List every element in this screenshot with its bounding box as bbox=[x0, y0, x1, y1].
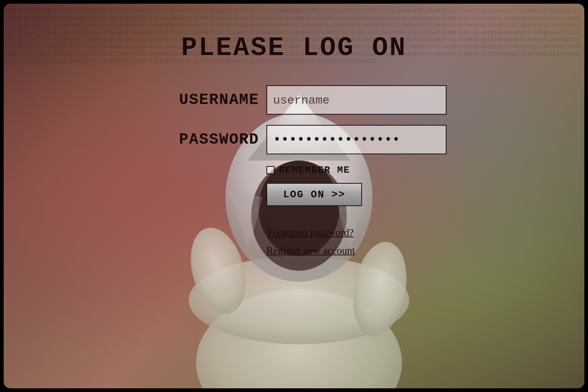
password-input[interactable] bbox=[266, 125, 447, 154]
logon-button[interactable]: LOG ON >> bbox=[266, 183, 362, 206]
forgotten-password-link[interactable]: Forgotten password? bbox=[268, 224, 354, 241]
links-container: Forgotten password? Register new account bbox=[266, 224, 355, 259]
password-row: PASSWORD bbox=[141, 125, 447, 154]
page-title: PLEASE LOG ON bbox=[181, 33, 407, 63]
username-input[interactable] bbox=[266, 85, 447, 115]
remember-me-checkbox[interactable] bbox=[266, 166, 275, 174]
username-label: USERNAME bbox=[141, 91, 259, 109]
login-form-container: PLEASE LOG ON USERNAME PASSWORD REMEMBER… bbox=[4, 4, 584, 388]
username-row: USERNAME bbox=[141, 85, 447, 115]
form: USERNAME PASSWORD REMEMBER ME LOG ON >> … bbox=[141, 85, 447, 259]
remember-me-label: REMEMBER ME bbox=[279, 165, 350, 176]
screen: 0010110100101011010010101101001010110100… bbox=[4, 4, 584, 388]
register-link[interactable]: Register new account bbox=[266, 242, 355, 259]
remember-me-row: REMEMBER ME bbox=[266, 165, 350, 176]
password-label: PASSWORD bbox=[141, 131, 259, 148]
